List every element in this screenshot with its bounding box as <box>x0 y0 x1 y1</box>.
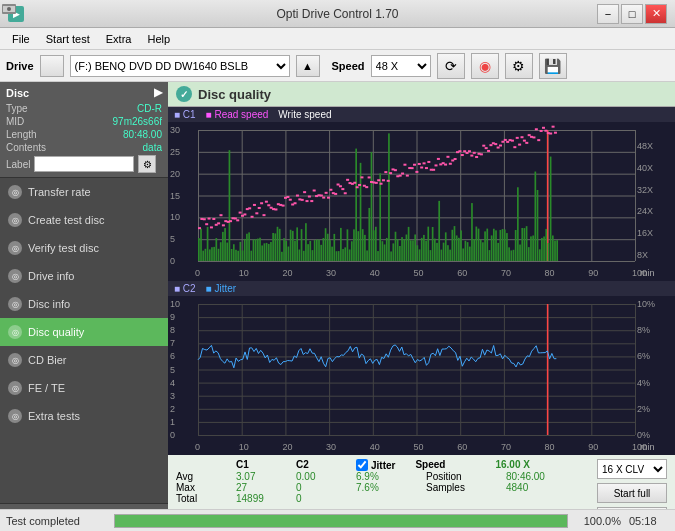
title-bar: ▶ Opti Drive Control 1.70 − □ ✕ <box>0 0 675 28</box>
total-c1: 14899 <box>236 493 276 504</box>
sidebar-item-transfer-rate[interactable]: ◎ Transfer rate <box>0 178 168 206</box>
cd-bier-icon: ◎ <box>8 353 22 367</box>
drive-selector[interactable]: (F:) BENQ DVD DD DW1640 BSLB <box>70 55 290 77</box>
sidebar-item-fe-te[interactable]: ◎ FE / TE <box>0 374 168 402</box>
col-empty <box>176 459 216 471</box>
progress-bar-container <box>114 514 568 528</box>
quality-header: ✓ Disc quality <box>168 82 675 107</box>
jitter-legend: ■ Jitter <box>206 283 237 294</box>
jitter-check-wrap: Jitter <box>356 459 395 471</box>
col-c2: C2 <box>296 459 336 471</box>
col-c1: C1 <box>236 459 276 471</box>
svg-point-2 <box>7 7 11 11</box>
eject-btn[interactable]: ▲ <box>296 55 320 77</box>
sidebar-item-drive-info[interactable]: ◎ Drive info <box>0 262 168 290</box>
status-bar: Test completed 100.0% 05:18 <box>0 509 675 531</box>
avg-row: Avg 3.07 0.00 6.9% Position 80:46.00 <box>176 471 589 482</box>
drive-icon-btn[interactable] <box>40 55 64 77</box>
transfer-rate-icon: ◎ <box>8 185 22 199</box>
create-test-label: Create test disc <box>28 214 104 226</box>
drive-bar: Drive (F:) BENQ DVD DD DW1640 BSLB ▲ Spe… <box>0 50 675 82</box>
max-row: Max 27 0 7.6% Samples 4840 <box>176 482 589 493</box>
drive-info-icon: ◎ <box>8 269 22 283</box>
refresh-btn[interactable]: ⟳ <box>437 53 465 79</box>
speed-selector[interactable]: 48 X <box>371 55 431 77</box>
disc-quality-label: Disc quality <box>28 326 84 338</box>
disc-mid-row: MID 97m26s66f <box>6 116 162 127</box>
drive-info-label: Drive info <box>28 270 74 282</box>
menu-help[interactable]: Help <box>139 31 178 47</box>
contents-value: data <box>143 142 162 153</box>
max-c2: 0 <box>296 482 336 493</box>
avg-c1: 3.07 <box>236 471 276 482</box>
menu-start-test[interactable]: Start test <box>38 31 98 47</box>
disc-label-row: Label ⚙ <box>6 155 162 173</box>
sidebar-item-verify-test[interactable]: ◎ Verify test disc <box>0 234 168 262</box>
status-text: Test completed <box>6 515 106 527</box>
disc-type-row: Type CD-R <box>6 103 162 114</box>
type-label: Type <box>6 103 28 114</box>
verify-test-label: Verify test disc <box>28 242 99 254</box>
maximize-button[interactable]: □ <box>621 4 643 24</box>
chart1-wrapper <box>168 122 675 281</box>
max-label: Max <box>176 482 216 493</box>
app-title: Opti Drive Control 1.70 <box>276 7 398 21</box>
speed-val-stat: 16.00 X <box>495 459 529 471</box>
total-label: Total <box>176 493 216 504</box>
content-area: ✓ Disc quality ■ C1 ■ Read speed Write s… <box>168 82 675 531</box>
erase-btn[interactable]: ◉ <box>471 53 499 79</box>
max-c1: 27 <box>236 482 276 493</box>
sidebar-item-disc-info[interactable]: ◎ Disc info <box>0 290 168 318</box>
disc-quality-icon: ◎ <box>8 325 22 339</box>
disc-info-label: Disc info <box>28 298 70 310</box>
stats-table: C1 C2 Jitter Speed 16.00 X Avg 3.07 0.00… <box>176 459 589 504</box>
create-test-icon: ◎ <box>8 213 22 227</box>
col-speed: Speed <box>415 459 475 471</box>
sidebar-item-create-test[interactable]: ◎ Create test disc <box>0 206 168 234</box>
close-button[interactable]: ✕ <box>645 4 667 24</box>
length-label: Length <box>6 129 37 140</box>
label-settings-btn[interactable]: ⚙ <box>138 155 156 173</box>
extra-tests-icon: ◎ <box>8 409 22 423</box>
fe-te-icon: ◎ <box>8 381 22 395</box>
sidebar-item-cd-bier[interactable]: ◎ CD Bier <box>0 346 168 374</box>
c2-legend: ■ C2 <box>174 283 196 294</box>
stats-header-row: C1 C2 Jitter Speed 16.00 X <box>176 459 589 471</box>
speed-label: Speed <box>332 60 365 72</box>
position-val: 80:46.00 <box>506 471 545 482</box>
menu-extra[interactable]: Extra <box>98 31 140 47</box>
settings-btn[interactable]: ⚙ <box>505 53 533 79</box>
menu-file[interactable]: File <box>4 31 38 47</box>
disc-panel-header: Disc ▶ <box>6 86 162 99</box>
avg-label: Avg <box>176 471 216 482</box>
sidebar-item-disc-quality[interactable]: ◎ Disc quality <box>0 318 168 346</box>
jitter-checkbox[interactable] <box>356 459 368 471</box>
window-controls: − □ ✕ <box>597 4 667 24</box>
avg-jitter: 6.9% <box>356 471 406 482</box>
samples-val: 4840 <box>506 482 528 493</box>
disc-info-icon: ◎ <box>8 297 22 311</box>
quality-title: Disc quality <box>198 87 271 102</box>
avg-c2: 0.00 <box>296 471 336 482</box>
position-label: Position <box>426 471 486 482</box>
clv-selector[interactable]: 16 X CLV <box>597 459 667 479</box>
disc-title: Disc <box>6 87 29 99</box>
cd-bier-label: CD Bier <box>28 354 67 366</box>
progress-bar-fill <box>115 515 567 527</box>
minimize-button[interactable]: − <box>597 4 619 24</box>
sidebar-menu: ◎ Transfer rate ◎ Create test disc ◎ Ver… <box>0 178 168 503</box>
disc-info-panel: Disc ▶ Type CD-R MID 97m26s66f Length 80… <box>0 82 168 178</box>
verify-test-icon: ◎ <box>8 241 22 255</box>
c1-legend: ■ C1 <box>174 109 196 120</box>
label-input[interactable] <box>34 156 134 172</box>
contents-label: Contents <box>6 142 46 153</box>
start-full-btn[interactable]: Start full <box>597 483 667 503</box>
extra-tests-label: Extra tests <box>28 410 80 422</box>
chart1-canvas <box>168 122 675 281</box>
sidebar-item-extra-tests[interactable]: ◎ Extra tests <box>0 402 168 430</box>
disc-arrow-btn[interactable]: ▶ <box>154 86 162 99</box>
sidebar: Disc ▶ Type CD-R MID 97m26s66f Length 80… <box>0 82 168 531</box>
main-layout: Disc ▶ Type CD-R MID 97m26s66f Length 80… <box>0 82 675 531</box>
save-btn[interactable]: 💾 <box>539 53 567 79</box>
progress-percent: 100.0% <box>576 515 621 527</box>
